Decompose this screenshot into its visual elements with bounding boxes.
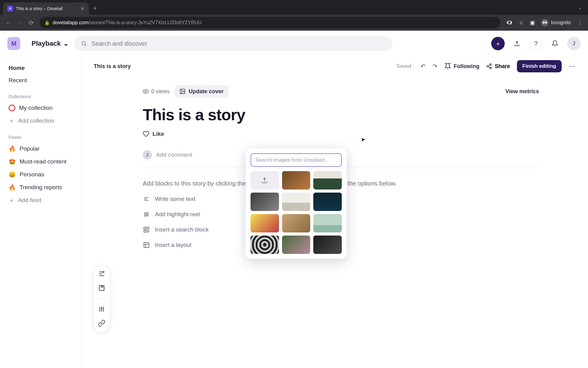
redo-button[interactable]: ↷ <box>432 63 438 70</box>
following-label: Following <box>454 63 479 70</box>
text-block-button[interactable] <box>98 270 105 278</box>
svg-point-2 <box>490 64 492 65</box>
image-thumbnail[interactable] <box>313 214 342 232</box>
views-count: 0 views <box>143 88 170 95</box>
breadcrumb-title[interactable]: This is a story <box>94 63 131 70</box>
mouse-cursor: ➤ <box>361 136 365 143</box>
workspace-name: Playback <box>32 40 61 48</box>
collection-my-collection[interactable]: My collection <box>7 102 77 114</box>
comment-avatar: J <box>143 150 152 159</box>
add-collection-button[interactable]: ＋ Add collection <box>7 114 77 127</box>
new-tab-button[interactable]: + <box>89 4 101 12</box>
plus-icon: ＋ <box>9 196 14 204</box>
eye-off-icon[interactable]: 👁️‍🗨️ <box>506 19 513 26</box>
svg-point-4 <box>490 67 492 69</box>
search-icon <box>81 40 87 47</box>
feed-popular[interactable]: 🔥Popular <box>7 142 77 155</box>
add-collection-label: Add collection <box>18 117 54 124</box>
unsplash-search-input[interactable] <box>251 153 342 167</box>
like-button[interactable]: Like <box>143 131 539 137</box>
svg-rect-14 <box>144 243 149 248</box>
plus-icon: ＋ <box>9 117 14 125</box>
image-thumbnail[interactable] <box>282 236 311 254</box>
address-bar[interactable]: 🔒 dovetailapp.com/stories/This-is-a-stor… <box>40 17 500 29</box>
back-button[interactable]: ← <box>6 19 12 26</box>
feed-label: Trending reports <box>20 184 62 191</box>
global-search[interactable]: Search and discover <box>74 36 393 51</box>
fire-icon: 🔥 <box>9 145 16 152</box>
story-title[interactable]: This is a story <box>143 105 539 124</box>
svg-point-7 <box>145 91 147 92</box>
upload-icon[interactable] <box>510 37 524 50</box>
save-status: Saved <box>396 62 414 71</box>
note-block-button[interactable] <box>98 284 105 292</box>
incognito-icon: 🕶 <box>541 19 548 26</box>
workspace-badge[interactable]: M <box>7 37 20 50</box>
image-thumbnail[interactable] <box>282 171 311 190</box>
bookmark-star-icon[interactable]: ☆ <box>519 19 524 26</box>
tab-close-icon[interactable]: ✕ <box>81 6 85 12</box>
help-button[interactable]: ? <box>529 37 543 50</box>
incognito-label: Incognito <box>551 20 571 25</box>
section-collections: Collections <box>9 94 77 99</box>
browser-tab[interactable]: ✦ This is a story – Dovetail ✕ <box>3 2 89 15</box>
fire-icon: 🔥 <box>9 184 16 191</box>
svg-point-9 <box>181 90 182 91</box>
option-label: Insert a search block <box>155 226 209 233</box>
svg-rect-17 <box>99 286 104 290</box>
chevron-down-icon: ⌄ <box>63 40 69 48</box>
sidebar: Home Recent Collections My collection ＋ … <box>0 56 81 368</box>
add-feed-button[interactable]: ＋ Add feed <box>7 194 77 207</box>
svg-rect-11 <box>147 227 149 229</box>
undo-button[interactable]: ↶ <box>420 63 426 70</box>
reload-button[interactable]: ⟳ <box>29 19 34 26</box>
upload-image-button[interactable] <box>251 171 279 190</box>
image-thumbnail[interactable] <box>251 236 279 254</box>
update-cover-label: Update cover <box>189 88 224 95</box>
divider <box>26 38 26 49</box>
update-cover-button[interactable]: Update cover <box>175 85 228 98</box>
feed-must-read[interactable]: 🤩Must-read content <box>7 155 77 168</box>
highlight-block-button[interactable] <box>98 305 105 313</box>
link-block-button[interactable] <box>98 320 105 327</box>
url-host: dovetailapp.com <box>53 20 89 25</box>
finish-editing-button[interactable]: Finish editing <box>517 60 562 72</box>
forward-button[interactable]: → <box>17 19 23 26</box>
add-comment-input[interactable]: Add comment <box>156 151 192 158</box>
image-thumbnail[interactable] <box>282 193 311 211</box>
browser-menu-icon[interactable]: ⋮ <box>577 19 582 26</box>
share-button[interactable]: Share <box>486 63 510 70</box>
nav-recent[interactable]: Recent <box>7 74 77 86</box>
option-label: Add highlight reel <box>155 211 200 218</box>
feed-personas[interactable]: 😄Personas <box>7 168 77 181</box>
notifications-button[interactable] <box>548 37 562 50</box>
following-button[interactable]: Following <box>444 63 479 70</box>
add-feed-label: Add feed <box>18 197 41 204</box>
views-label: 0 views <box>151 88 170 95</box>
tab-favicon: ✦ <box>7 6 13 11</box>
feed-trending[interactable]: 🔥Trending reports <box>7 181 77 194</box>
workspace-switcher[interactable]: Playback ⌄ <box>32 40 69 48</box>
image-thumbnail[interactable] <box>282 214 311 232</box>
extensions-icon[interactable]: ▣ <box>530 19 535 26</box>
image-thumbnail[interactable] <box>251 214 279 232</box>
create-button[interactable]: ＋ <box>491 37 505 50</box>
option-label: Insert a layout <box>155 242 191 248</box>
image-thumbnail[interactable] <box>313 236 342 254</box>
svg-line-5 <box>488 67 490 67</box>
image-thumbnail[interactable] <box>313 171 342 190</box>
svg-rect-10 <box>144 227 146 229</box>
svg-line-1 <box>85 45 86 46</box>
image-thumbnail[interactable] <box>313 193 342 211</box>
collection-label: My collection <box>19 105 53 111</box>
user-avatar[interactable]: J <box>567 37 581 50</box>
more-menu-button[interactable]: ⋯ <box>568 62 576 70</box>
section-feeds: Feeds <box>9 135 77 140</box>
option-label: Write some text <box>155 196 195 202</box>
feed-label: Must-read content <box>20 158 66 165</box>
nav-home[interactable]: Home <box>7 62 77 74</box>
feed-label: Personas <box>20 171 44 178</box>
image-thumbnail[interactable] <box>251 193 279 211</box>
window-controls[interactable]: ⌄ <box>578 5 585 10</box>
view-metrics-button[interactable]: View metrics <box>505 88 539 95</box>
